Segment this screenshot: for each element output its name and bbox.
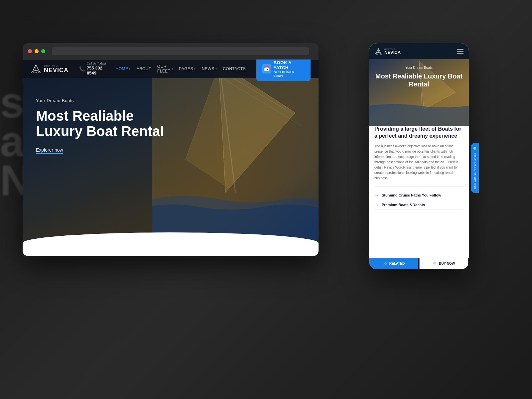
phone-text: Call Us Today! 755 302 8549 [87, 62, 110, 76]
mobile-mockup: BOATING NEVICA [369, 43, 469, 269]
mobile-scroll-area: Providing a large fleet of Boats for a p… [369, 126, 469, 212]
nav-arrow-fleet: ▾ [172, 67, 173, 70]
mobile-hero-content: Your Dream Boats Most Realiable Luxury B… [369, 59, 469, 95]
nav-arrow-home: ▾ [129, 67, 131, 70]
nav-arrow-news: ▾ [215, 67, 217, 70]
nav-arrow-pages: ▾ [194, 67, 196, 70]
mobile-menu-icon[interactable] [457, 49, 464, 54]
book-sub-label: Get It Faster & Secure! [274, 70, 305, 78]
mobile-links: → Stunning Cruise Paths You Follow → Pre… [374, 186, 464, 210]
hero-title: Most Realiable Luxury Boat Rental [36, 108, 176, 139]
mobile-link-1[interactable]: → Stunning Cruise Paths You Follow [374, 191, 464, 200]
book-yacht-button[interactable]: 📅 BOOK A YATCH Get It Faster & Secure! [256, 60, 311, 81]
nav-logo: BOATING NEVICA [31, 64, 68, 73]
desktop-navbar: BOATING NEVICA 📞 Call Us Today! 755 302 … [23, 60, 319, 78]
chat-widget[interactable]: Chat with us, we are online! [471, 143, 479, 193]
website-content: BOATING NEVICA 📞 Call Us Today! 755 302 … [23, 60, 319, 256]
mobile-logo: BOATING NEVICA [374, 48, 401, 55]
mobile-link-2[interactable]: → Premium Boats & Yachts [374, 200, 464, 210]
nav-link-news[interactable]: NEWS ▾ [202, 66, 217, 71]
hero-section: Your Dream Boats Most Realiable Luxury B… [23, 78, 319, 256]
phone-number: 755 302 8549 [87, 66, 110, 76]
mobile-content: Providing a large fleet of Boats for a p… [369, 126, 469, 212]
nav-logo-main: NEVICA [44, 67, 68, 73]
browser-minimize-dot[interactable] [35, 49, 39, 53]
related-icon: 🔗 [383, 262, 387, 265]
browser-maximize-dot[interactable] [41, 49, 45, 53]
mobile-bottom-bar: 🔗 RELATED 🛒 BUY NOW [369, 258, 469, 269]
nav-phone: 📞 Call Us Today! 755 302 8549 [79, 62, 110, 76]
cart-icon: 🛒 [433, 262, 437, 265]
chat-online-dot [473, 147, 476, 150]
browser-close-dot[interactable] [28, 49, 32, 53]
mobile-hero-subtitle: Your Dream Boats [374, 66, 464, 69]
book-text: BOOK A YATCH Get It Faster & Secure! [274, 60, 305, 78]
mobile-navbar: BOATING NEVICA [369, 43, 469, 59]
calendar-icon: 📅 [262, 64, 271, 73]
phone-label: Call Us Today! [87, 62, 110, 66]
browser-chrome [23, 43, 319, 60]
mobile-logo-text: BOATING NEVICA [384, 48, 401, 55]
link-arrow-2: → [374, 202, 379, 207]
book-main-label: BOOK A YATCH [274, 60, 305, 70]
nav-link-fleet[interactable]: OUR FLEET ▾ [157, 64, 173, 73]
browser-address-bar[interactable] [52, 47, 309, 55]
nav-logo-text: BOATING NEVICA [44, 65, 68, 73]
buy-now-button[interactable]: 🛒 BUY NOW [419, 258, 469, 269]
mobile-hero: Your Dream Boats Most Realiable Luxury B… [369, 59, 469, 126]
mobile-section-text: The business owner's objective was to ha… [374, 144, 464, 181]
phone-icon: 📞 [79, 66, 85, 71]
desktop-browser-mockup: BOATING NEVICA 📞 Call Us Today! 755 302 … [23, 43, 319, 256]
related-button[interactable]: 🔗 RELATED [369, 258, 419, 269]
hero-subtitle: Your Dream Boats [36, 98, 305, 103]
mobile-section-title: Providing a large fleet of Boats for a p… [374, 126, 464, 140]
bottom-wave [23, 232, 319, 256]
nav-links: HOME ▾ ABOUT OUR FLEET ▾ PAGES ▾ NEWS ▾ [115, 64, 246, 73]
link-arrow-1: → [374, 193, 379, 198]
chat-label: Chat with us, we are online! [473, 152, 476, 189]
mobile-hero-title: Most Realiable Luxury Boat Rental [374, 72, 464, 88]
mobile-logo-main: NEVICA [384, 50, 401, 55]
nav-link-contacts[interactable]: CONTACTS [223, 66, 246, 71]
nav-link-home[interactable]: HOME ▾ [115, 66, 131, 71]
nav-link-pages[interactable]: PAGES ▾ [179, 66, 196, 71]
nav-link-about[interactable]: ABOUT [137, 66, 151, 71]
hero-cta-link[interactable]: Explorer now [36, 147, 63, 154]
